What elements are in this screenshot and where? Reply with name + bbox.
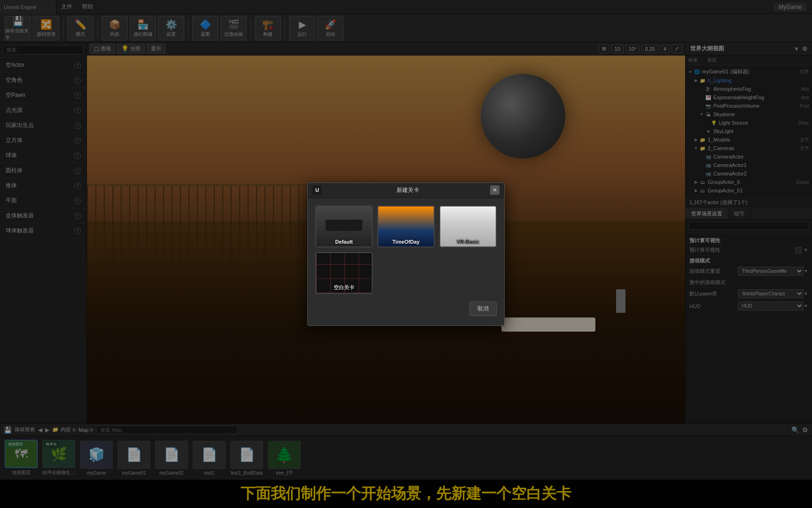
template-thumb-timeofday: TimeOfDay [378, 206, 434, 246]
new-level-dialog: U 新建关卡 ✕ Default TimeOfDay [307, 183, 505, 326]
dialog-title-bar: U 新建关卡 ✕ [308, 183, 504, 198]
template-thumb-vrbasic: VR-Basic [440, 206, 496, 246]
dialog-footer: 取消 [315, 302, 497, 318]
template-label-empty: 空白关卡 [334, 284, 354, 291]
dialog-close-button[interactable]: ✕ [490, 185, 500, 195]
template-label-timeofday: TimeOfDay [392, 239, 420, 245]
default-plane-preview [325, 219, 363, 231]
template-vrbasic[interactable]: VR-Basic [439, 206, 497, 247]
dialog-title: 新建关卡 [326, 186, 490, 194]
template-thumb-default: Default [316, 206, 372, 246]
ue-logo: U [312, 185, 322, 195]
template-label-vrbasic: VR-Basic [457, 239, 479, 245]
template-timeofday[interactable]: TimeOfDay [377, 206, 435, 247]
dialog-body: Default TimeOfDay VR-Basic [308, 198, 504, 325]
template-thumb-empty: 空白关卡 [316, 253, 372, 293]
template-empty[interactable]: 空白关卡 [315, 252, 373, 294]
dialog-overlay: U 新建关卡 ✕ Default TimeOfDay [0, 0, 812, 508]
template-label-default: Default [335, 239, 352, 245]
dialog-cancel-button[interactable]: 取消 [469, 302, 497, 316]
template-default[interactable]: Default [315, 206, 373, 247]
dialog-templates: Default TimeOfDay VR-Basic [315, 206, 497, 294]
